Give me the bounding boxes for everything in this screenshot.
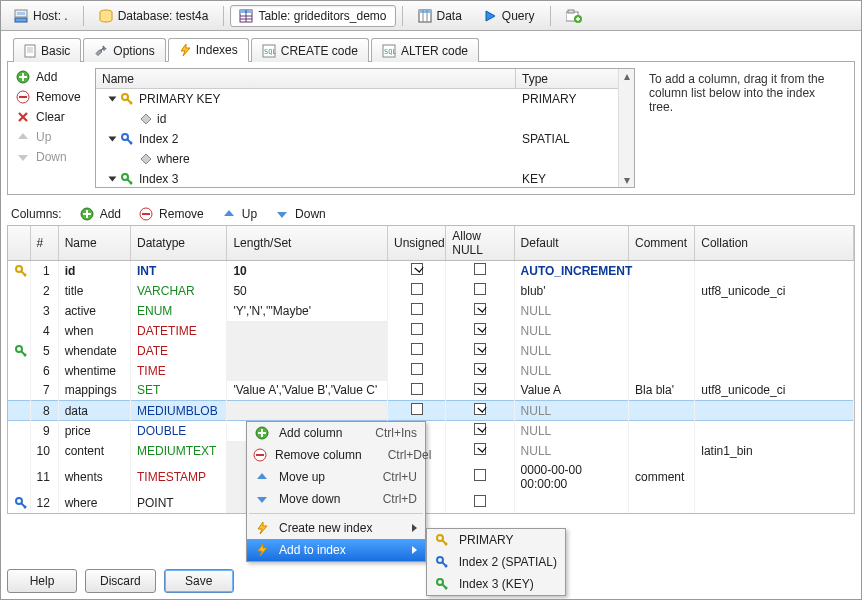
- cell-comment[interactable]: [629, 421, 695, 441]
- cell-comment[interactable]: [629, 361, 695, 381]
- cell-name[interactable]: title: [58, 281, 130, 301]
- toolbar-new-tab[interactable]: [557, 5, 591, 27]
- table-row[interactable]: 2titleVARCHAR50blub'utf8_unicode_ci: [8, 281, 854, 301]
- cell-collation[interactable]: [695, 321, 854, 341]
- cell-name[interactable]: data: [58, 401, 130, 421]
- cell-default[interactable]: Value A: [514, 381, 628, 401]
- cell-collation[interactable]: [695, 361, 854, 381]
- tab-basic[interactable]: Basic: [13, 38, 81, 62]
- tab-alter[interactable]: SQL ALTER code: [371, 38, 479, 62]
- cell-name[interactable]: price: [58, 421, 130, 441]
- cell-comment[interactable]: comment: [629, 461, 695, 493]
- ctx-sub-index2[interactable]: Index 2 (SPATIAL): [427, 551, 565, 573]
- cell-length[interactable]: 'Y','N','''Maybe': [227, 301, 388, 321]
- index-tree-row[interactable]: where: [96, 149, 634, 169]
- cell-datatype[interactable]: DATETIME: [130, 321, 226, 341]
- checkbox-unsigned[interactable]: [411, 383, 423, 395]
- table-row[interactable]: 9priceDOUBLENULL: [8, 421, 854, 441]
- cell-comment[interactable]: [629, 401, 695, 421]
- checkbox-unsigned[interactable]: [411, 263, 423, 275]
- cell-length[interactable]: 10: [227, 261, 388, 281]
- checkbox-allow-null[interactable]: [474, 403, 486, 415]
- ctx-add-to-index[interactable]: Add to index: [247, 539, 425, 561]
- cell-collation[interactable]: utf8_unicode_ci: [695, 381, 854, 401]
- checkbox-allow-null[interactable]: [474, 469, 486, 481]
- cell-datatype[interactable]: INT: [130, 261, 226, 281]
- header-comment[interactable]: Comment: [629, 226, 695, 261]
- cell-name[interactable]: mappings: [58, 381, 130, 401]
- cell-collation[interactable]: [695, 461, 854, 493]
- cell-datatype[interactable]: MEDIUMTEXT: [130, 441, 226, 461]
- cell-datatype[interactable]: POINT: [130, 493, 226, 513]
- cell-comment[interactable]: [629, 441, 695, 461]
- cell-default[interactable]: NULL: [514, 441, 628, 461]
- cell-datatype[interactable]: TIMESTAMP: [130, 461, 226, 493]
- cell-datatype[interactable]: DATE: [130, 341, 226, 361]
- columns-remove[interactable]: Remove: [139, 207, 204, 221]
- cell-name[interactable]: content: [58, 441, 130, 461]
- toolbar-database[interactable]: Database: test4a: [90, 5, 218, 27]
- cell-length[interactable]: 'Value A','Value B','Value C': [227, 381, 388, 401]
- columns-add[interactable]: Add: [80, 207, 121, 221]
- header-allownull[interactable]: Allow NULL: [446, 226, 514, 261]
- checkbox-unsigned[interactable]: [411, 403, 423, 415]
- table-row[interactable]: 11whentsTIMESTAMP0000-00-00 00:00:00comm…: [8, 461, 854, 493]
- cell-default[interactable]: NULL: [514, 301, 628, 321]
- index-tree-row[interactable]: PRIMARY KEYPRIMARY: [96, 89, 634, 109]
- index-add[interactable]: Add: [14, 68, 89, 86]
- table-row[interactable]: 3activeENUM'Y','N','''Maybe'NULL: [8, 301, 854, 321]
- cell-length[interactable]: [227, 401, 388, 421]
- cell-name[interactable]: active: [58, 301, 130, 321]
- save-button[interactable]: Save: [164, 569, 234, 593]
- cell-default[interactable]: NULL: [514, 401, 628, 421]
- tab-create[interactable]: SQL CREATE code: [251, 38, 369, 62]
- checkbox-allow-null[interactable]: [474, 303, 486, 315]
- tree-expander-icon[interactable]: [108, 136, 116, 141]
- cell-comment[interactable]: [629, 341, 695, 361]
- cell-length[interactable]: [227, 361, 388, 381]
- cell-collation[interactable]: utf8_unicode_ci: [695, 281, 854, 301]
- checkbox-allow-null[interactable]: [474, 423, 486, 435]
- table-row[interactable]: 4whenDATETIMENULL: [8, 321, 854, 341]
- cell-length[interactable]: [227, 341, 388, 361]
- cell-default[interactable]: 0000-00-00 00:00:00: [514, 461, 628, 493]
- columns-down[interactable]: Down: [275, 207, 326, 221]
- ctx-remove-column[interactable]: Remove columnCtrl+Del: [247, 444, 425, 466]
- cell-comment[interactable]: [629, 261, 695, 281]
- cell-name[interactable]: whentime: [58, 361, 130, 381]
- index-tree-header-name[interactable]: Name: [96, 69, 516, 88]
- index-clear[interactable]: Clear: [14, 108, 89, 126]
- checkbox-allow-null[interactable]: [474, 363, 486, 375]
- checkbox-allow-null[interactable]: [474, 283, 486, 295]
- columns-up[interactable]: Up: [222, 207, 257, 221]
- checkbox-allow-null[interactable]: [474, 383, 486, 395]
- scroll-down-icon[interactable]: ▾: [619, 173, 634, 187]
- checkbox-allow-null[interactable]: [474, 495, 486, 507]
- header-name[interactable]: Name: [58, 226, 130, 261]
- discard-button[interactable]: Discard: [85, 569, 156, 593]
- cell-comment[interactable]: [629, 321, 695, 341]
- table-row[interactable]: 7mappingsSET'Value A','Value B','Value C…: [8, 381, 854, 401]
- cell-default[interactable]: NULL: [514, 361, 628, 381]
- cell-collation[interactable]: [695, 493, 854, 513]
- tab-indexes[interactable]: Indexes: [168, 38, 249, 62]
- cell-default[interactable]: NULL: [514, 421, 628, 441]
- index-tree-scrollbar[interactable]: ▴ ▾: [618, 69, 634, 187]
- toolbar-data[interactable]: Data: [409, 5, 471, 27]
- cell-name[interactable]: whendate: [58, 341, 130, 361]
- table-row[interactable]: 1idINT10AUTO_INCREMENT: [8, 261, 854, 281]
- cell-datatype[interactable]: DOUBLE: [130, 421, 226, 441]
- ctx-create-index[interactable]: Create new index: [247, 517, 425, 539]
- ctx-add-column[interactable]: Add columnCtrl+Ins: [247, 422, 425, 444]
- checkbox-allow-null[interactable]: [474, 323, 486, 335]
- context-menu[interactable]: Add columnCtrl+Ins Remove columnCtrl+Del…: [246, 421, 426, 562]
- header-default[interactable]: Default: [514, 226, 628, 261]
- cell-collation[interactable]: [695, 421, 854, 441]
- tab-options[interactable]: Options: [83, 38, 165, 62]
- tree-expander-icon[interactable]: [108, 96, 116, 101]
- cell-collation[interactable]: [695, 341, 854, 361]
- cell-datatype[interactable]: MEDIUMBLOB: [130, 401, 226, 421]
- cell-name[interactable]: when: [58, 321, 130, 341]
- cell-collation[interactable]: [695, 301, 854, 321]
- table-row[interactable]: 5whendateDATENULL: [8, 341, 854, 361]
